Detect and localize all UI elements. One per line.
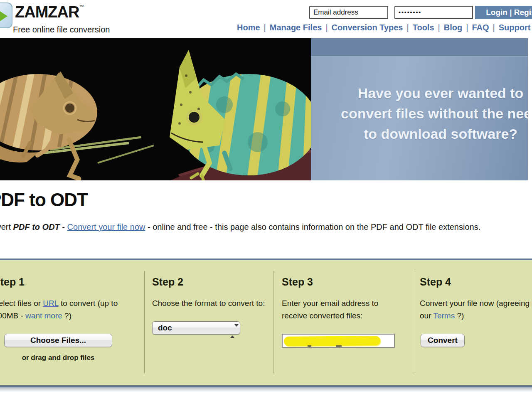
- intro-sep: -: [60, 222, 67, 232]
- step-4-desc-text: ?): [455, 311, 464, 320]
- convert-your-file-now-link[interactable]: Convert your file now: [67, 222, 145, 232]
- step-3: Step 3 Enter your email address to recei…: [282, 276, 399, 348]
- want-more-link[interactable]: want more: [25, 311, 62, 320]
- headline-line-2: convert files without the need: [324, 103, 528, 124]
- nav-manage-files[interactable]: Manage Files: [270, 23, 322, 32]
- zamzar-logo-icon: [0, 2, 12, 28]
- trademark-symbol: ™: [79, 4, 84, 10]
- nav-tools[interactable]: Tools: [413, 23, 434, 32]
- format-select-value: doc: [158, 323, 172, 332]
- nav-separator: |: [407, 23, 409, 32]
- highlight-redaction: [284, 336, 380, 346]
- nav-home[interactable]: Home: [237, 23, 260, 32]
- url-link[interactable]: URL: [43, 299, 58, 308]
- intro-emphasis: PDF to ODT: [13, 222, 60, 232]
- nav-separator: |: [438, 23, 440, 32]
- nav-separator: |: [325, 23, 328, 32]
- format-select[interactable]: doc: [152, 321, 240, 335]
- recipient-email-input[interactable]: [282, 334, 395, 348]
- step-2-desc: Choose the format to convert to:: [152, 297, 267, 310]
- redacted-text-fragment: [308, 345, 311, 347]
- nav-blog[interactable]: Blog: [444, 23, 462, 32]
- step-1: Step 1 Select files or URL to convert (u…: [0, 276, 133, 362]
- choose-files-button[interactable]: Choose Files...: [4, 334, 112, 347]
- step-divider: [415, 271, 415, 373]
- redacted-text-fragment: [336, 345, 342, 347]
- green-arrow-icon: [0, 10, 7, 23]
- step-1-desc-text: ?): [62, 311, 71, 320]
- intro-text: Convert PDF to ODT - Convert your file n…: [0, 222, 480, 232]
- step-1-desc: Select files or URL to convert (up to 10…: [0, 297, 133, 322]
- email-login-input[interactable]: [309, 6, 388, 19]
- nav-separator: |: [264, 23, 266, 32]
- page-title: PDF to ODT: [0, 190, 88, 210]
- login-register-button[interactable]: Login | Register: [475, 6, 532, 19]
- step-2: Step 2 Choose the format to convert to: …: [152, 276, 267, 335]
- step-1-desc-text: Select files or: [0, 299, 43, 308]
- promo-banner: Have you ever wanted to convert files wi…: [0, 38, 528, 180]
- brand-name: ZAMZAR™: [15, 3, 84, 21]
- brand-text: ZAMZAR: [15, 3, 79, 21]
- step-3-desc: Enter your email address to receive conv…: [282, 297, 399, 322]
- step-4-title: Step 4: [420, 276, 532, 288]
- main-nav: Home|Manage Files|Conversion Types|Tools…: [237, 23, 532, 32]
- zamzar-page: ZAMZAR™ Free online file conversion Logi…: [0, 0, 532, 399]
- nav-faq[interactable]: FAQ: [472, 23, 489, 32]
- intro-lead: Convert: [0, 222, 13, 232]
- step-4-desc: Convert your file now (agreeing to our T…: [420, 297, 532, 322]
- password-login-input[interactable]: [394, 6, 473, 19]
- step-divider: [273, 271, 273, 373]
- panel-bottom-shadow: [0, 387, 532, 392]
- brand-tagline: Free online file conversion: [13, 25, 110, 34]
- select-stepper-icon: [230, 325, 235, 337]
- step-1-title: Step 1: [0, 276, 133, 288]
- nav-support[interactable]: Support: [499, 23, 531, 32]
- intro-rest: - online and free - this page also conta…: [145, 222, 480, 232]
- step-3-title: Step 3: [282, 276, 399, 288]
- nav-separator: |: [466, 23, 468, 32]
- drag-drop-note: or drag and drop files: [4, 354, 112, 362]
- nav-conversion-types[interactable]: Conversion Types: [332, 23, 403, 32]
- terms-link[interactable]: Terms: [433, 311, 455, 320]
- banner-top-band: [311, 38, 528, 57]
- banner-headline: Have you ever wanted to convert files wi…: [324, 83, 528, 144]
- step-divider: [144, 271, 145, 373]
- nav-separator: |: [493, 23, 495, 32]
- headline-line-3: to download software?: [324, 124, 528, 144]
- convert-button[interactable]: Convert: [421, 334, 465, 347]
- step-2-title: Step 2: [152, 276, 267, 288]
- chameleons-photo: [0, 38, 311, 180]
- headline-line-1: Have you ever wanted to: [324, 83, 528, 103]
- step-4: Step 4 Convert your file now (agreeing t…: [420, 276, 532, 347]
